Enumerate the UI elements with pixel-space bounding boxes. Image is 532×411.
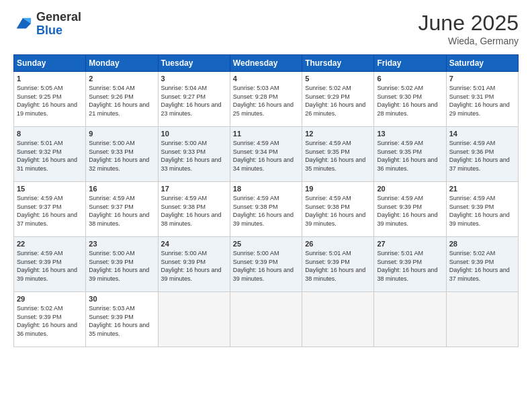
table-row: 24Sunrise: 5:00 AMSunset: 9:39 PMDayligh… xyxy=(158,237,230,292)
day-number: 1 xyxy=(17,75,83,83)
day-number: 3 xyxy=(161,75,227,83)
calendar-table: Sunday Monday Tuesday Wednesday Thursday… xyxy=(13,54,519,347)
table-row: 8Sunrise: 5:01 AMSunset: 9:32 PMDaylight… xyxy=(14,127,86,182)
day-number: 6 xyxy=(377,75,443,83)
day-number: 9 xyxy=(89,130,154,138)
table-row: 22Sunrise: 4:59 AMSunset: 9:39 PMDayligh… xyxy=(14,237,86,292)
day-number: 24 xyxy=(161,240,227,248)
day-info: Sunrise: 5:00 AMSunset: 9:33 PMDaylight:… xyxy=(89,139,154,173)
day-info: Sunrise: 4:59 AMSunset: 9:34 PMDaylight:… xyxy=(233,139,299,173)
day-info: Sunrise: 4:59 AMSunset: 9:36 PMDaylight:… xyxy=(449,139,515,173)
table-row: 13Sunrise: 4:59 AMSunset: 9:35 PMDayligh… xyxy=(374,127,446,182)
table-row: 10Sunrise: 5:00 AMSunset: 9:33 PMDayligh… xyxy=(158,127,230,182)
table-row: 15Sunrise: 4:59 AMSunset: 9:37 PMDayligh… xyxy=(14,182,86,237)
calendar-week-row: 22Sunrise: 4:59 AMSunset: 9:39 PMDayligh… xyxy=(14,237,519,292)
table-row: 2Sunrise: 5:04 AMSunset: 9:26 PMDaylight… xyxy=(86,72,158,127)
day-info: Sunrise: 4:59 AMSunset: 9:39 PMDaylight:… xyxy=(449,194,515,228)
calendar-week-row: 29Sunrise: 5:02 AMSunset: 9:39 PMDayligh… xyxy=(14,292,519,347)
day-info: Sunrise: 4:59 AMSunset: 9:35 PMDaylight:… xyxy=(377,139,443,173)
day-info: Sunrise: 5:01 AMSunset: 9:31 PMDaylight:… xyxy=(449,84,515,118)
table-row: 28Sunrise: 5:02 AMSunset: 9:39 PMDayligh… xyxy=(446,237,518,292)
day-number: 8 xyxy=(17,130,83,138)
table-row: 12Sunrise: 4:59 AMSunset: 9:35 PMDayligh… xyxy=(302,127,374,182)
table-row: 1Sunrise: 5:05 AMSunset: 9:25 PMDaylight… xyxy=(14,72,86,127)
table-row: 29Sunrise: 5:02 AMSunset: 9:39 PMDayligh… xyxy=(14,292,86,347)
table-row: 17Sunrise: 4:59 AMSunset: 9:38 PMDayligh… xyxy=(158,182,230,237)
day-number: 26 xyxy=(305,240,371,248)
header: General Blue June 2025 Wieda, Germany xyxy=(13,11,519,46)
day-number: 10 xyxy=(161,130,227,138)
col-monday: Monday xyxy=(86,55,158,72)
day-number: 11 xyxy=(233,130,299,138)
table-row: 5Sunrise: 5:02 AMSunset: 9:29 PMDaylight… xyxy=(302,72,374,127)
day-info: Sunrise: 4:59 AMSunset: 9:38 PMDaylight:… xyxy=(161,194,227,228)
day-info: Sunrise: 4:59 AMSunset: 9:35 PMDaylight:… xyxy=(305,139,371,173)
calendar-location: Wieda, Germany xyxy=(418,36,519,46)
page: General Blue June 2025 Wieda, Germany Su… xyxy=(0,0,532,411)
day-number: 4 xyxy=(233,75,299,83)
day-info: Sunrise: 5:01 AMSunset: 9:39 PMDaylight:… xyxy=(377,249,443,283)
day-info: Sunrise: 4:59 AMSunset: 9:39 PMDaylight:… xyxy=(377,194,443,228)
day-number: 7 xyxy=(449,75,515,83)
day-info: Sunrise: 4:59 AMSunset: 9:37 PMDaylight:… xyxy=(17,194,83,228)
day-info: Sunrise: 5:02 AMSunset: 9:30 PMDaylight:… xyxy=(377,84,443,118)
day-number: 16 xyxy=(89,185,154,193)
table-row: 19Sunrise: 4:59 AMSunset: 9:38 PMDayligh… xyxy=(302,182,374,237)
day-info: Sunrise: 5:00 AMSunset: 9:39 PMDaylight:… xyxy=(233,249,299,283)
day-info: Sunrise: 5:02 AMSunset: 9:39 PMDaylight:… xyxy=(17,304,83,338)
day-info: Sunrise: 5:01 AMSunset: 9:32 PMDaylight:… xyxy=(17,139,83,173)
logo-text: General Blue xyxy=(36,11,81,38)
table-row: 4Sunrise: 5:03 AMSunset: 9:28 PMDaylight… xyxy=(230,72,302,127)
table-row: 18Sunrise: 4:59 AMSunset: 9:38 PMDayligh… xyxy=(230,182,302,237)
logo-blue-text: Blue xyxy=(36,24,81,38)
table-row: 26Sunrise: 5:01 AMSunset: 9:39 PMDayligh… xyxy=(302,237,374,292)
day-number: 17 xyxy=(161,185,227,193)
table-row: 7Sunrise: 5:01 AMSunset: 9:31 PMDaylight… xyxy=(446,72,518,127)
logo-general-text: General xyxy=(36,11,81,24)
table-row: 25Sunrise: 5:00 AMSunset: 9:39 PMDayligh… xyxy=(230,237,302,292)
day-number: 29 xyxy=(17,295,83,303)
day-info: Sunrise: 5:02 AMSunset: 9:29 PMDaylight:… xyxy=(305,84,371,118)
day-number: 15 xyxy=(17,185,83,193)
table-row: 20Sunrise: 4:59 AMSunset: 9:39 PMDayligh… xyxy=(374,182,446,237)
table-row: 11Sunrise: 4:59 AMSunset: 9:34 PMDayligh… xyxy=(230,127,302,182)
logo-icon xyxy=(13,15,32,34)
day-number: 12 xyxy=(305,130,371,138)
day-number: 20 xyxy=(377,185,443,193)
day-number: 2 xyxy=(89,75,154,83)
table-row: 9Sunrise: 5:00 AMSunset: 9:33 PMDaylight… xyxy=(86,127,158,182)
day-info: Sunrise: 5:04 AMSunset: 9:26 PMDaylight:… xyxy=(89,84,154,118)
table-row: 16Sunrise: 4:59 AMSunset: 9:37 PMDayligh… xyxy=(86,182,158,237)
day-number: 28 xyxy=(449,240,515,248)
col-wednesday: Wednesday xyxy=(230,55,302,72)
col-friday: Friday xyxy=(374,55,446,72)
day-info: Sunrise: 4:59 AMSunset: 9:38 PMDaylight:… xyxy=(233,194,299,228)
table-row xyxy=(374,292,446,347)
table-row: 6Sunrise: 5:02 AMSunset: 9:30 PMDaylight… xyxy=(374,72,446,127)
day-number: 5 xyxy=(305,75,371,83)
day-number: 22 xyxy=(17,240,83,248)
day-info: Sunrise: 5:01 AMSunset: 9:39 PMDaylight:… xyxy=(305,249,371,283)
day-info: Sunrise: 5:00 AMSunset: 9:39 PMDaylight:… xyxy=(161,249,227,283)
day-number: 25 xyxy=(233,240,299,248)
calendar-week-row: 8Sunrise: 5:01 AMSunset: 9:32 PMDaylight… xyxy=(14,127,519,182)
day-info: Sunrise: 4:59 AMSunset: 9:38 PMDaylight:… xyxy=(305,194,371,228)
day-info: Sunrise: 5:02 AMSunset: 9:39 PMDaylight:… xyxy=(449,249,515,283)
table-row: 23Sunrise: 5:00 AMSunset: 9:39 PMDayligh… xyxy=(86,237,158,292)
logo: General Blue xyxy=(13,11,81,38)
col-sunday: Sunday xyxy=(14,55,86,72)
day-number: 27 xyxy=(377,240,443,248)
table-row xyxy=(446,292,518,347)
day-number: 13 xyxy=(377,130,443,138)
table-row xyxy=(302,292,374,347)
day-info: Sunrise: 5:03 AMSunset: 9:39 PMDaylight:… xyxy=(89,304,154,338)
day-number: 14 xyxy=(449,130,515,138)
col-saturday: Saturday xyxy=(446,55,518,72)
day-info: Sunrise: 5:00 AMSunset: 9:39 PMDaylight:… xyxy=(89,249,154,283)
title-block: June 2025 Wieda, Germany xyxy=(418,11,519,46)
table-row: 27Sunrise: 5:01 AMSunset: 9:39 PMDayligh… xyxy=(374,237,446,292)
day-info: Sunrise: 5:05 AMSunset: 9:25 PMDaylight:… xyxy=(17,84,83,118)
calendar-title: June 2025 xyxy=(418,11,519,36)
day-number: 30 xyxy=(89,295,154,303)
calendar-week-row: 1Sunrise: 5:05 AMSunset: 9:25 PMDaylight… xyxy=(14,72,519,127)
